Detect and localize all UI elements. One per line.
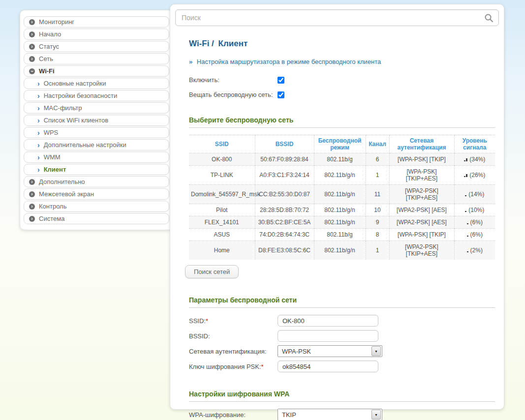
- broadcast-row: Вещать беспроводную сеть:: [189, 91, 494, 98]
- chevron-right-circle-icon: ›: [29, 179, 35, 185]
- cell-ssid: TP-LINK: [189, 166, 255, 185]
- sidebar-item[interactable]: ›Контроль: [24, 201, 169, 212]
- wpa-encryption-label: WPA-шифрование:: [189, 411, 278, 419]
- signal-strength-icon: [467, 236, 468, 237]
- sidebar-item[interactable]: ›Клиент: [24, 164, 169, 175]
- signal-strength-icon: [465, 195, 466, 196]
- cell-ssid: Domolink_545597_R_msk: [189, 185, 255, 204]
- enable-checkbox[interactable]: [278, 77, 284, 84]
- bssid-label: BSSID:: [189, 332, 278, 340]
- cell-signal: (10%): [454, 204, 495, 216]
- network-row[interactable]: TP-LINKA0:F3:C1:F3:24:14802.11b/g/n1[WPA…: [189, 166, 495, 185]
- cell-mode: 802.11b/g/n: [314, 166, 366, 185]
- sidebar-item-label: Межсетевой экран: [39, 190, 94, 198]
- sidebar-item[interactable]: ›Список WiFi клиентов: [24, 115, 169, 126]
- broadcast-checkbox[interactable]: [278, 91, 284, 98]
- signal-percent: (2%): [470, 247, 483, 254]
- psk-label: Ключ шифрования PSK:*: [189, 363, 278, 370]
- bssid-input[interactable]: [278, 330, 378, 342]
- select-network-heading: Выберите беспроводную сеть: [189, 116, 495, 128]
- cell-auth: [WPA-PSK] [TKIP]: [389, 229, 454, 241]
- signal-strength-icon: [467, 251, 468, 252]
- cell-bssid: 50:67:F0:89:28:84: [255, 153, 314, 166]
- sidebar-item-label: Статус: [39, 43, 59, 50]
- cell-mode: 802.11b/g/n: [314, 216, 366, 229]
- sidebar-item[interactable]: ›Статус: [24, 41, 169, 52]
- scan-networks-button[interactable]: Поиск сетей: [185, 265, 239, 278]
- cell-auth: [WPA2-PSK] [AES]: [389, 216, 454, 229]
- description-row: » Настройка маршрутизатора в режиме бесп…: [189, 58, 494, 65]
- arrow-right-icon: ›: [37, 142, 40, 149]
- sidebar-item[interactable]: ›WPS: [24, 127, 169, 138]
- sidebar-item-label: Настройки безопасности: [44, 92, 118, 99]
- sidebar-item[interactable]: ›Начало: [24, 29, 169, 40]
- cell-ssid: ASUS: [189, 229, 255, 241]
- sidebar-item[interactable]: ›Настройки безопасности: [24, 90, 169, 101]
- chevron-right-circle-icon: ›: [29, 204, 35, 210]
- network-row[interactable]: OK-80050:67:F0:89:28:84802.11b/g6[WPA-PS…: [189, 153, 495, 166]
- sidebar-item-label: Сеть: [39, 55, 53, 62]
- sidebar-item-label: Дополнительные настройки: [44, 141, 126, 149]
- col-channel: Канал: [366, 135, 389, 153]
- sidebar-item[interactable]: ›WMM: [24, 151, 169, 163]
- breadcrumb-section: Wi-Fi /: [189, 39, 214, 48]
- cell-channel: 1: [366, 166, 389, 185]
- chevron-right-circle-icon: ›: [29, 19, 35, 25]
- cell-mode: 802.11b/g/n: [314, 241, 366, 260]
- network-row[interactable]: HomeD8:FE:E3:08:5C:6C802.11b/g/n1[WPA2-P…: [189, 241, 495, 260]
- col-ssid: SSID: [189, 135, 255, 153]
- sidebar-item[interactable]: ›Wi-Fi: [24, 65, 169, 77]
- sidebar-item[interactable]: ›MAC-фильтр: [24, 102, 169, 114]
- sidebar-item[interactable]: ›Система: [24, 213, 169, 224]
- cell-channel: 11: [366, 185, 389, 204]
- chevron-right-circle-icon: ›: [29, 31, 35, 37]
- cell-auth: [WPA-PSK] [TKIP]: [389, 153, 454, 166]
- auth-select[interactable]: WPA-PSK ▼: [278, 345, 382, 357]
- required-mark: *: [206, 317, 208, 325]
- search-bar: [175, 9, 499, 26]
- sidebar-item[interactable]: ›Дополнительно: [24, 176, 169, 187]
- broadcast-label: Вещать беспроводную сеть:: [189, 91, 278, 98]
- signal-percent: (14%): [468, 191, 484, 198]
- signal-percent: (6%): [470, 231, 483, 238]
- cell-ssid: OK-800: [189, 153, 255, 166]
- bssid-field-row: BSSID:: [189, 330, 494, 342]
- page-title: Wi-Fi / Клиент: [189, 39, 494, 49]
- network-table-header: SSID BSSID Беспроводной режим Канал Сете…: [189, 135, 495, 153]
- cell-signal: (6%): [454, 216, 495, 229]
- sidebar-item[interactable]: ›Мониторинг: [24, 16, 169, 28]
- wpa-settings-form: WPA-шифрование: TKIP ▼: [189, 409, 494, 420]
- chevron-right-circle-icon: ›: [29, 191, 35, 197]
- sidebar-item[interactable]: ›Основные настройки: [24, 78, 169, 89]
- search-icon: [484, 13, 494, 25]
- col-mode: Беспроводной режим: [314, 135, 366, 153]
- cell-auth: [WPA-PSK] [TKIP+AES]: [389, 166, 454, 185]
- network-row[interactable]: ASUS74:D0:2B:64:74:3C802.11b/g8[WPA-PSK]…: [189, 229, 495, 241]
- signal-percent: (34%): [469, 156, 485, 163]
- cell-bssid: D8:FE:E3:08:5C:6C: [255, 241, 314, 260]
- cell-bssid: 28:28:5D:8B:70:72: [255, 204, 314, 216]
- sidebar-item[interactable]: ›Дополнительные настройки: [24, 139, 169, 150]
- psk-field-row: Ключ шифрования PSK:*: [189, 360, 494, 372]
- wpa-settings-heading: Настройки шифрования WPA: [189, 390, 495, 402]
- cell-channel: 10: [366, 204, 389, 216]
- sidebar-item-label: Дополнительно: [39, 178, 85, 185]
- search-input[interactable]: [176, 10, 498, 26]
- chevron-right-circle-icon: ›: [29, 44, 35, 50]
- network-row[interactable]: Pilot28:28:5D:8B:70:72802.11b/g/n10[WPA2…: [189, 204, 495, 216]
- network-row[interactable]: Domolink_545597_R_mskCC:B2:55:30:D0:8780…: [189, 185, 495, 204]
- client-mode-link[interactable]: Настройка маршрутизатора в режиме беспро…: [197, 58, 381, 65]
- network-table: SSID BSSID Беспроводной режим Канал Сете…: [189, 135, 495, 260]
- sidebar-item[interactable]: ›Межсетевой экран: [24, 188, 169, 200]
- ssid-input[interactable]: [278, 315, 378, 327]
- auth-select-value: WPA-PSK: [278, 348, 371, 355]
- cell-bssid: 30:B5:C2:BF:CE:5A: [255, 216, 314, 229]
- sidebar-item-label: MAC-фильтр: [44, 104, 82, 112]
- psk-input[interactable]: [278, 360, 378, 372]
- sidebar-item[interactable]: ›Сеть: [24, 53, 169, 64]
- chevron-right-circle-icon: ›: [29, 56, 35, 62]
- wpa-encryption-select[interactable]: TKIP ▼: [278, 409, 382, 420]
- signal-strength-icon: [464, 174, 467, 177]
- signal-percent: (26%): [469, 172, 485, 179]
- network-row[interactable]: FLEX_1410130:B5:C2:BF:CE:5A802.11b/g/n9[…: [189, 216, 495, 229]
